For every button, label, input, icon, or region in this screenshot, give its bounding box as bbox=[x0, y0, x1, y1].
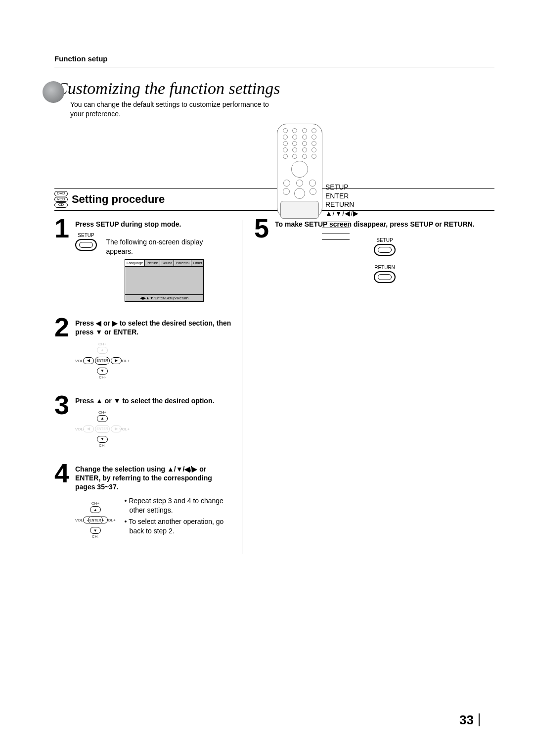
step-1: 1 Press SETUP during stop mode. SETUP Th… bbox=[54, 220, 233, 302]
osd-tab-other: Other bbox=[191, 260, 204, 266]
intro-text: You can change the default settings to c… bbox=[70, 100, 283, 119]
remote-label-setup: SETUP bbox=[325, 183, 359, 192]
step-4-bullet-1: • Repeat step 3 and 4 to change other se… bbox=[125, 496, 233, 515]
dpad-enter: ENTER bbox=[95, 425, 110, 433]
step-4-title: Change the selection using ▲/▼/◀/▶ or EN… bbox=[75, 465, 233, 492]
dpad-icon: CH+ CH- VOL- VOL+ ▲ ▼ ◀ ▶ ENTER bbox=[75, 501, 116, 539]
return-button-label: RETURN bbox=[374, 265, 395, 270]
media-badges: DVD VCD CD bbox=[54, 191, 68, 208]
dpad-icon: CH+ CH- VOL- VOL+ ▲ ▼ ◀ ▶ ENTER bbox=[75, 410, 130, 448]
step-1-text: The following on-screen display appears. bbox=[106, 237, 215, 256]
step-2-title: Press ◀ or ▶ to select the desired secti… bbox=[75, 319, 233, 336]
return-button-icon: RETURN bbox=[275, 265, 494, 283]
badge-vcd: VCD bbox=[54, 197, 68, 202]
dpad-enter: ENTER bbox=[88, 516, 103, 524]
step-4: 4 Change the selection using ▲/▼/◀/▶ or … bbox=[54, 465, 233, 539]
badge-dvd: DVD bbox=[54, 191, 68, 196]
page-title: Customizing the function settings bbox=[56, 79, 494, 98]
remote-label-arrows: ▲/▼/◀/▶ bbox=[325, 209, 359, 218]
step-number-3: 3 bbox=[54, 391, 69, 418]
step-3: 3 Press ▲ or ▼ to select the desired opt… bbox=[54, 396, 233, 448]
setup-button-label: SETUP bbox=[376, 237, 393, 243]
osd-tab-language: Language bbox=[125, 260, 145, 266]
osd-tab-picture: Picture bbox=[145, 260, 160, 266]
step-number-1: 1 bbox=[54, 215, 69, 241]
step-number-2: 2 bbox=[54, 314, 69, 340]
dpad-label-down: CH- bbox=[99, 375, 106, 379]
dpad-label-up: CH+ bbox=[91, 501, 99, 506]
step-5-title: To make SETUP screen disappear, press SE… bbox=[275, 220, 494, 229]
dpad-label-up: CH+ bbox=[98, 410, 106, 415]
setup-button-icon: SETUP bbox=[275, 237, 494, 256]
osd-footer: ◀▶▲▼/Enter/Setup/Return bbox=[125, 294, 203, 301]
dpad-label-up: CH+ bbox=[98, 342, 106, 346]
remote-illustration: SETUP ENTER RETURN ▲/▼/◀/▶ bbox=[277, 124, 359, 218]
osd-tab-parental: Parental bbox=[174, 260, 191, 266]
setup-button-icon: SETUP bbox=[75, 233, 97, 251]
page-number: 33 bbox=[459, 713, 480, 726]
dpad-enter: ENTER bbox=[95, 357, 110, 365]
badge-cd: CD bbox=[54, 202, 68, 208]
step-number-5: 5 bbox=[254, 215, 269, 241]
dpad-label-down: CH- bbox=[99, 443, 106, 448]
step-3-title: Press ▲ or ▼ to select the desired optio… bbox=[75, 396, 233, 405]
remote-label-return: RETURN bbox=[325, 200, 359, 209]
remote-label-enter: ENTER bbox=[325, 192, 359, 201]
setup-button-label: SETUP bbox=[78, 233, 94, 238]
dpad-icon: CH+ CH- VOL- VOL+ ▲ ▼ ◀ ▶ ENTER bbox=[75, 342, 130, 379]
osd-tab-sound: Sound bbox=[160, 260, 175, 266]
title-disc-icon bbox=[43, 81, 64, 103]
section-heading: Setting procedure bbox=[72, 193, 165, 206]
osd-menu: Language Picture Sound Parental Other ◀▶… bbox=[125, 259, 204, 302]
step-number-4: 4 bbox=[54, 460, 69, 486]
section-label: Function setup bbox=[54, 54, 494, 63]
step-5: 5 To make SETUP screen disappear, press … bbox=[254, 220, 494, 283]
dpad-label-down: CH- bbox=[92, 534, 99, 539]
step-1-title: Press SETUP during stop mode. bbox=[75, 220, 233, 229]
step-2: 2 Press ◀ or ▶ to select the desired sec… bbox=[54, 319, 233, 379]
step-4-bullet-2: • To select another operation, go back t… bbox=[125, 517, 233, 536]
